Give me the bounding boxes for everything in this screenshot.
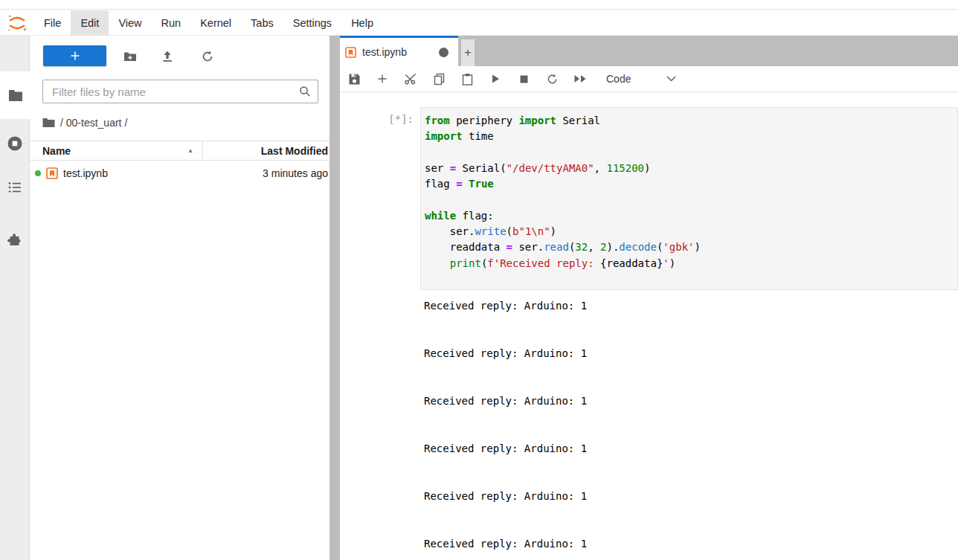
file-listing: test.ipynb3 minutes ago — [30, 161, 329, 185]
copy-cells-button[interactable] — [425, 66, 453, 91]
file-row[interactable]: test.ipynb3 minutes ago — [30, 161, 329, 185]
column-header-name[interactable]: Name ▲ — [30, 141, 203, 160]
paste-cells-button[interactable] — [453, 66, 481, 91]
cut-cells-button[interactable] — [396, 66, 425, 91]
chevron-down-icon — [666, 76, 676, 82]
code-line: while flag: — [425, 208, 954, 224]
cell-execution-prompt: [*]: — [340, 107, 420, 290]
search-icon — [298, 85, 312, 98]
code-line: import time — [425, 129, 954, 144]
code-line: print(f'Received reply: {readdata}') — [425, 256, 954, 271]
menu-item-kernel[interactable]: Kernel — [190, 10, 241, 36]
tab-test-ipynb[interactable]: test.ipynb — [340, 36, 458, 66]
menu-item-tabs[interactable]: Tabs — [241, 10, 283, 36]
file-browser-panel: / 00-test_uart / Name ▲ Last Modified te… — [30, 36, 329, 560]
unsaved-changes-dot[interactable] — [439, 48, 449, 57]
stop-circle-icon — [7, 135, 23, 152]
upload-button[interactable] — [158, 47, 177, 66]
jupyterlab-window: FileEditViewRunKernelTabsSettingsHelp — [0, 0, 958, 560]
kernel-running-dot — [35, 170, 41, 176]
code-line — [425, 145, 954, 161]
notebook-file-icon — [345, 47, 356, 58]
restart-kernel-button[interactable] — [538, 66, 566, 91]
menu-bar: FileEditViewRunKernelTabsSettingsHelp — [0, 10, 958, 36]
menu-item-edit[interactable]: Edit — [71, 10, 109, 36]
dock-tab-bar: test.ipynb + — [340, 36, 958, 66]
activity-sidebar — [0, 36, 30, 560]
save-button[interactable] — [340, 66, 368, 91]
stream-output-line: Received reply: Arduino: 1 — [424, 489, 958, 536]
code-line: readdata = ser.read(32, 2).decode('gbk') — [425, 239, 954, 255]
notebook-content: [*]: from periphery import Serialimport … — [340, 92, 958, 560]
stream-output-line: Received reply: Arduino: 1 — [424, 346, 958, 393]
sidebar-tab-extension-manager[interactable] — [0, 225, 30, 255]
browser-clipped-strip — [0, 0, 958, 10]
notebook-toolbar: Code — [340, 66, 958, 92]
stream-output-line: Received reply: Arduino: 1 — [424, 536, 958, 560]
stream-output-line: Received reply: Arduino: 1 — [424, 298, 958, 346]
code-cell: [*]: from periphery import Serialimport … — [340, 107, 958, 290]
puzzle-icon — [7, 233, 22, 248]
breadcrumb-path: / 00-test_uart / — [60, 117, 127, 129]
home-folder-icon[interactable] — [42, 118, 55, 128]
menu-item-settings[interactable]: Settings — [283, 10, 341, 36]
cell-type-dropdown[interactable]: Code — [606, 73, 676, 85]
menu-item-run[interactable]: Run — [152, 10, 191, 36]
file-list-header: Name ▲ Last Modified — [30, 141, 329, 161]
sort-ascending-icon: ▲ — [187, 147, 193, 154]
new-tab-button[interactable]: + — [461, 39, 475, 66]
main-dock-panel: test.ipynb + — [340, 36, 958, 560]
filter-files-input[interactable] — [42, 80, 318, 103]
insert-cell-button[interactable] — [368, 66, 396, 91]
cell-outputs: Received reply: Arduino: 1Received reply… — [424, 298, 958, 560]
code-line — [425, 192, 954, 207]
stream-output-line: Received reply: Arduino: 1 — [424, 441, 958, 489]
tab-title: test.ipynb — [362, 46, 407, 58]
cell-code-editor[interactable]: from periphery import Serialimport time … — [420, 107, 958, 290]
interrupt-kernel-button[interactable] — [509, 66, 538, 91]
notebook-file-icon — [46, 167, 58, 179]
new-folder-button[interactable] — [120, 47, 140, 66]
sidebar-tab-running-kernels[interactable] — [0, 129, 30, 158]
code-line: ser = Serial("/dev/ttyAMA0", 115200) — [425, 161, 954, 176]
run-cell-button[interactable] — [481, 66, 509, 91]
code-line: from periphery import Serial — [425, 113, 954, 129]
toc-icon — [7, 181, 22, 194]
restart-run-all-button[interactable] — [566, 66, 594, 91]
folder-icon — [8, 89, 23, 102]
new-launcher-button[interactable] — [43, 45, 106, 66]
code-line: flag = True — [425, 176, 954, 192]
menu-item-help[interactable]: Help — [341, 10, 383, 36]
column-header-last-modified[interactable]: Last Modified — [203, 145, 329, 157]
sidebar-tab-table-of-contents[interactable] — [0, 173, 30, 202]
menu-item-file[interactable]: File — [34, 10, 71, 36]
sidebar-tab-file-browser[interactable] — [0, 71, 30, 119]
refresh-button[interactable] — [198, 47, 217, 66]
file-last-modified: 3 minutes ago — [108, 167, 329, 179]
stream-output-line: Received reply: Arduino: 1 — [424, 393, 958, 441]
menu-item-view[interactable]: View — [109, 10, 151, 36]
jupyter-logo-icon — [0, 10, 34, 36]
panel-splitter[interactable] — [329, 36, 340, 560]
code-line: ser.write(b"1\n") — [425, 224, 954, 239]
breadcrumb[interactable]: / 00-test_uart / — [42, 115, 127, 130]
file-name: test.ipynb — [63, 167, 108, 179]
